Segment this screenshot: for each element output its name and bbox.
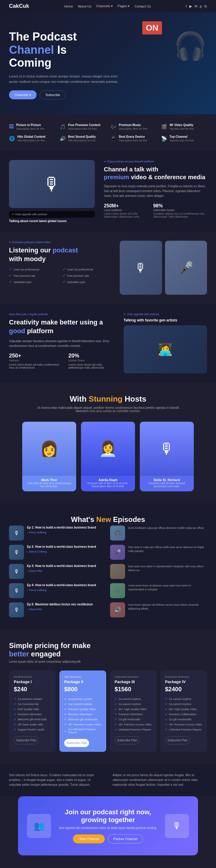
plan-feature-3-6: Unlimited Premium Players	[165, 727, 202, 732]
nav-channels[interactable]: Channels	[96, 4, 113, 8]
social-fb-icon[interactable]: f	[186, 4, 187, 8]
channel-stats: 250M+ Loyal audience Lorem ulcen dorem a…	[104, 203, 207, 218]
feature-0: 🖼 Picture in PictureDescription item for…	[9, 123, 55, 130]
episodes-title: What's New Episodes	[9, 515, 207, 524]
pricing-card-2: Corporate Business Package III $1560 Ca …	[110, 671, 157, 752]
ep-info-2: Ep 2: How to build a world-class busines…	[27, 545, 96, 553]
host-card-0: 👩 Mark Thor Odio felis sit vitae arcu co…	[22, 422, 76, 491]
cta-banner: 👥 Join our podcast right now, growing to…	[18, 796, 198, 856]
episode-item-2: 🎙 Ep 2: How to build a world-class busin…	[9, 545, 106, 560]
cstat-partners-desc: Lorem ulcen dorem ad nulla condimentum r…	[9, 363, 62, 369]
pricing-grid: Small Business Package I $240 Ca premium…	[9, 671, 207, 752]
hero-title-is: Is	[54, 43, 67, 56]
creativity-right-title: Talking with favorite gen artists	[124, 318, 207, 322]
podcast-right: 🎙 🎤	[120, 241, 207, 295]
feature-title-4: Hits Global Content	[18, 135, 45, 138]
plan-feature-0-6: Support fourid s world	[14, 727, 51, 732]
nav-logo: CakCuk	[9, 3, 29, 9]
host-img-0: 👩	[22, 422, 76, 476]
podcast-person-2: 🎤	[165, 241, 207, 295]
feature-title-0: Picture in Picture	[16, 123, 44, 127]
subscribe-btn-1[interactable]: Subscribe Plan	[64, 739, 89, 747]
host-role-0: Odio felis sit vitae arcu condimentum ne…	[22, 482, 76, 488]
ep-title-0: Ep 1: How to build a world-class busines…	[27, 526, 96, 530]
plan-feature-1-4: Welcome gift vendoradis	[64, 717, 101, 722]
feature-icon-3: 🎬	[161, 124, 167, 130]
channels-button[interactable]: Channels ▾	[9, 90, 37, 99]
episodes-section: What's New Episodes 🎙 Ep 1: How to build…	[0, 503, 216, 629]
podcast-features: ✓Learn by professional ✓Learn by profess…	[9, 268, 114, 284]
check-icon-2: ✓	[9, 274, 12, 278]
creativity-badge-icon: ✏	[124, 313, 126, 316]
podcast-tag: ✏ Exclusive podcast content video	[9, 241, 114, 244]
ep-info-1: Dunt incidisant culpa qui officia deseru…	[128, 526, 204, 530]
host-role-1: Et quam velit id ditur sit at at enim. M…	[81, 482, 135, 488]
ep-info-0: Ep 1: How to build a world-class busines…	[27, 526, 96, 534]
host-img-2: 🎙	[140, 422, 194, 476]
podcast-section: ✏ Exclusive podcast content video Listen…	[0, 232, 216, 304]
ep-title-8: Ep 5: Maximize taktikus lectus nec vesti…	[27, 602, 93, 607]
feature-2: 🎶 Premium MusicDescription item for free	[111, 123, 156, 130]
social-in-icon[interactable]: in	[204, 4, 207, 8]
plan-features-0: Ca premium content Ca Conviction lite DS…	[14, 696, 51, 732]
plan-feature-1-1: Can cancel Anytime	[64, 702, 101, 707]
nav-about[interactable]: About Us	[78, 4, 91, 8]
episodes-title-end: Episodes	[113, 515, 145, 523]
episodes-title-whats: What's	[71, 515, 94, 523]
feature-title-3: 4K Video Quality	[169, 123, 194, 127]
hosts-title: With Stunning Hosts	[9, 394, 207, 404]
creativity-right-badge: ✏ Only upgrade with podcast	[124, 313, 207, 316]
episode-item-0: 🎙 Ep 1: How to build a world-class busin…	[9, 526, 106, 540]
host-name-1: Adella Raph	[81, 478, 135, 482]
cta-buttons: Other Podcast Partner Channel	[57, 834, 159, 843]
subscribe-btn-3[interactable]: Subscribe Plan	[165, 736, 190, 744]
feature-title-2: Premium Music	[119, 123, 148, 127]
episode-item-6: 🎙 Ep 4: How to build a world-class busin…	[9, 583, 106, 598]
feature-icon-5: 🔊	[60, 136, 66, 142]
cta-offer-btn[interactable]: Other Podcast	[73, 834, 105, 843]
cta-follow-btn[interactable]: Partner Channel	[108, 834, 143, 843]
social-pin-icon[interactable]: p	[200, 4, 202, 8]
subscribe-button[interactable]: Subscribe	[40, 90, 66, 99]
channel-img-title: Talking about recent latest global issue…	[9, 219, 95, 223]
creativity-desc: Vulputate semper faucibus pharetra egest…	[9, 339, 118, 348]
nav-contact[interactable]: Contact Us	[134, 4, 151, 8]
hero-description: Lorem ut in lectus molinum oreet semper …	[9, 74, 123, 84]
plan-feature-3-4: Ca gift mendoradis	[165, 717, 202, 722]
ep-thumb-7: 🎶	[110, 583, 125, 598]
host-role-2: Faucibus velit diculam accined accumulus…	[140, 482, 194, 488]
channel-badge-icon: ✏	[12, 213, 14, 216]
subscribe-btn-2[interactable]: Subscribe Plan	[115, 736, 140, 744]
features-section: 🖼 Picture in PictureDescription item for…	[0, 114, 216, 151]
hosts-grid: 👩 Mark Thor Odio felis sit vitae arcu co…	[9, 422, 207, 491]
pf-4: ✓Updodate topic	[9, 280, 60, 284]
social-mail-icon[interactable]: ✉	[194, 4, 197, 8]
plan-feature-2-1: Ca cancel Anytime	[115, 702, 152, 707]
ep-title-6: Ep 4: How to build a world-class busines…	[27, 583, 96, 587]
plan-feature-0-5: All+ base scaler vidio	[14, 722, 51, 727]
pf-5: ✓Updodate topic	[63, 280, 114, 284]
creativity-tag: More than just a regular podcast	[9, 313, 118, 316]
plan-feature-1-2: Premium Quality Video	[64, 707, 101, 712]
plan-feature-0-1: Ca Conviction lite	[14, 702, 51, 707]
ep-info-8: Ep 5: Maximize taktikus lectus nec vesti…	[27, 602, 93, 611]
plan-feature-2-5: All+ Premium Access Video	[115, 722, 152, 727]
channel-title-normal: Channel a talk with	[104, 166, 158, 173]
plan-tier-0: Small Business	[14, 675, 51, 678]
feature-icon-7: 📡	[161, 136, 167, 142]
nav-pages[interactable]: Pages	[118, 4, 130, 8]
feature-7: 📡 Top ChannelTopvide-slan for first	[161, 135, 207, 142]
podcast-title-end: with moody	[9, 255, 45, 262]
subscribe-btn-0[interactable]: Subscribe Plan	[14, 736, 39, 744]
feature-title-7: Top Channel	[169, 135, 194, 138]
stat-subscriber-desc: Curabitur adipisc eros at condimentum ne…	[153, 212, 207, 218]
check-icon-3: ✓	[63, 274, 65, 278]
feature-desc-0: Description item for this	[16, 127, 44, 130]
check-icon-5: ✓	[63, 280, 65, 284]
podcast-title-accent: podcast	[53, 246, 78, 254]
testimonials-section: Sed ultrices nisl finibus lacus. Curabit…	[0, 764, 216, 796]
hero-content: The Podcast Channel Is Coming Lorem ut i…	[9, 30, 123, 99]
social-yt-icon[interactable]: ▶	[189, 4, 192, 8]
feature-4: 🌐 Hits Global ContentHits-description fo…	[9, 135, 55, 142]
nav-home[interactable]: Home	[64, 4, 73, 8]
